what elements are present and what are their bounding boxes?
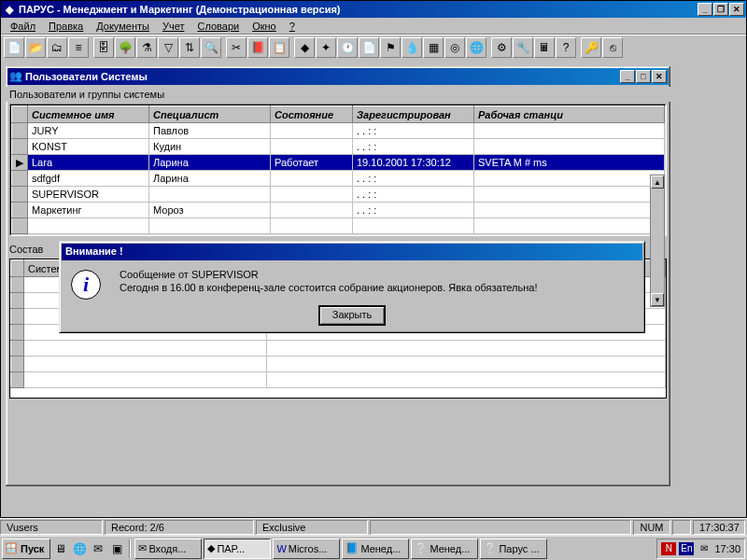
tool-drop-icon[interactable]: 💧: [402, 37, 422, 58]
table-row[interactable]: МаркетингМороз. . : :: [12, 203, 665, 218]
tray-mail-icon[interactable]: ✉: [697, 542, 712, 555]
table-header-row: Системное имя Специалист Состояние Зарег…: [12, 106, 665, 123]
tool-exit-icon[interactable]: ⎋: [602, 37, 623, 58]
col-sysname[interactable]: Системное имя: [28, 106, 149, 123]
col-reg[interactable]: Зарегистрирован: [353, 106, 474, 123]
task-button[interactable]: ❔Парус ...: [480, 539, 547, 559]
status-blank: [370, 520, 631, 535]
tool-clock-icon[interactable]: 🕐: [337, 37, 358, 58]
tool-card2-icon[interactable]: ▦: [423, 37, 444, 58]
tool-help-icon[interactable]: ?: [556, 37, 576, 58]
taskbar: 🪟 Пуск 🖥 🌐 ✉ ▣ ✉Входя... ◆ПАР... WMicros…: [0, 535, 747, 560]
dialog-message: Сообщение от SUPERVISOR Сегодня в 16.00 …: [120, 266, 537, 294]
tray-lang-icon[interactable]: En: [679, 542, 694, 555]
close-dialog-button[interactable]: Закрыть: [318, 305, 386, 326]
tool-gear-icon[interactable]: ⚙: [491, 37, 512, 58]
task-icon: 📘: [345, 542, 359, 554]
scroll-down-icon[interactable]: ▼: [651, 293, 664, 306]
table-row[interactable]: [11, 357, 666, 372]
mdi-close-button[interactable]: ✕: [652, 70, 667, 83]
windows-logo-icon: 🪟: [5, 542, 18, 554]
tool-globe-icon[interactable]: 🌐: [466, 37, 486, 58]
tool-funnel-icon[interactable]: ⚗: [136, 37, 157, 58]
tool-list-icon[interactable]: ≡: [68, 37, 89, 58]
tool-calc-icon[interactable]: 🖩: [534, 37, 555, 58]
users-grid[interactable]: Системное имя Специалист Состояние Зарег…: [9, 104, 667, 236]
start-button[interactable]: 🪟 Пуск: [2, 539, 50, 559]
tool-cut-icon[interactable]: ✂: [226, 37, 247, 58]
menu-file[interactable]: Файл: [5, 20, 41, 33]
scroll-up-icon[interactable]: ▲: [651, 175, 664, 189]
menu-uchet[interactable]: Учет: [157, 20, 190, 33]
info-icon: i: [71, 270, 101, 300]
tool-star-icon[interactable]: ✦: [316, 37, 336, 58]
users-panel-label: Пользователи и группы системы: [6, 87, 670, 102]
maximize-button[interactable]: ❐: [713, 3, 728, 16]
tool-filter-icon[interactable]: ▽: [158, 37, 178, 58]
app-title: ПАРУС - Менеджмент и Маркетинг (Демонстр…: [19, 4, 698, 15]
mdi-minimize-button[interactable]: _: [620, 70, 635, 83]
tool-doc2-icon[interactable]: 📄: [359, 37, 379, 58]
task-button[interactable]: WMicros...: [273, 539, 340, 559]
menu-edit[interactable]: Правка: [43, 20, 89, 33]
tool-tree-icon[interactable]: 🌳: [115, 37, 135, 58]
menubar: Файл Правка Документы Учет Словари Окно …: [1, 18, 746, 35]
tool-sort-icon[interactable]: ⇅: [179, 37, 200, 58]
menu-window[interactable]: Окно: [247, 20, 282, 33]
grid-scrollbar[interactable]: ▲ ▼: [650, 175, 665, 307]
tool-flag-icon[interactable]: ⚑: [380, 37, 401, 58]
task-icon: ◆: [207, 542, 215, 554]
table-row[interactable]: JURYПавлов. . : :: [12, 123, 665, 139]
tool-key-icon[interactable]: 🔑: [581, 37, 601, 58]
table-row[interactable]: [11, 372, 666, 388]
ql-outlook-icon[interactable]: ✉: [90, 540, 106, 557]
tool-wrench-icon[interactable]: 🔧: [513, 37, 533, 58]
status-exclusive: Exclusive: [256, 520, 368, 535]
table-row[interactable]: sdfgdfЛарина. . : :: [12, 171, 665, 187]
tool-target-icon[interactable]: ◎: [444, 37, 465, 58]
menu-help[interactable]: ?: [284, 20, 301, 33]
toolbar: 📄 📂 🗂 ≡ 🗄 🌳 ⚗ ▽ ⇅ 🔍 ✂ 📕 📋 ◆ ✦ 🕐 📄 ⚑ 💧 ▦ …: [1, 35, 746, 59]
users-window-icon: 👥: [9, 70, 22, 83]
tool-page-icon[interactable]: 📋: [269, 37, 289, 58]
status-time: 17:30:37: [693, 520, 745, 535]
app-titlebar[interactable]: ◆ ПАРУС - Менеджмент и Маркетинг (Демонс…: [1, 1, 746, 18]
tool-doc-icon[interactable]: 📄: [4, 37, 24, 58]
system-tray: N En ✉ 17:30: [656, 539, 745, 559]
ql-ie-icon[interactable]: 🌐: [71, 540, 88, 557]
table-row-selected[interactable]: ▶LaraЛаринаРаботает19.10.2001 17:30:12SV…: [12, 155, 665, 171]
table-row[interactable]: [12, 218, 665, 234]
task-icon: ❔: [415, 542, 428, 554]
mdi-maximize-button[interactable]: □: [636, 70, 651, 83]
tool-diamond-icon[interactable]: ◆: [294, 37, 315, 58]
dialog-line1: Сообщение от SUPERVISOR: [120, 268, 537, 281]
minimize-button[interactable]: _: [698, 3, 712, 16]
col-ws[interactable]: Рабочая станци: [474, 106, 665, 123]
table-row[interactable]: KONSTКудин. . : :: [12, 139, 665, 155]
table-row[interactable]: SUPERVISOR. . : :: [12, 187, 665, 203]
task-icon: ✉: [138, 542, 147, 554]
tray-n-icon[interactable]: N: [661, 542, 676, 555]
close-button[interactable]: ✕: [729, 3, 744, 16]
task-button[interactable]: ❔Менед...: [411, 539, 478, 559]
task-button-active[interactable]: ◆ПАР...: [204, 539, 271, 559]
dialog-title[interactable]: Внимание !: [62, 244, 642, 260]
tool-find-icon[interactable]: 🔍: [201, 37, 221, 58]
menu-dicts[interactable]: Словари: [191, 20, 245, 33]
tool-card-icon[interactable]: 🗂: [47, 37, 67, 58]
tool-open-icon[interactable]: 📂: [25, 37, 46, 58]
ql-desktop-icon[interactable]: 🖥: [52, 540, 69, 557]
table-row[interactable]: [11, 341, 666, 357]
tool-db-icon[interactable]: 🗄: [93, 37, 114, 58]
tray-clock[interactable]: 17:30: [714, 543, 740, 554]
task-button[interactable]: ✉Входя...: [134, 539, 202, 559]
status-num: NUM: [633, 520, 670, 535]
tool-book-icon[interactable]: 📕: [247, 37, 268, 58]
statusbar: Vusers Record: 2/6 Exclusive NUM 17:30:3…: [0, 518, 747, 535]
menu-documents[interactable]: Документы: [91, 20, 155, 33]
users-titlebar[interactable]: 👥 Пользователи Системы _ □ ✕: [7, 68, 669, 85]
col-state[interactable]: Состояние: [271, 106, 353, 123]
ql-app-icon[interactable]: ▣: [108, 540, 125, 557]
col-spec[interactable]: Специалист: [149, 106, 271, 123]
task-button[interactable]: 📘Менед...: [342, 539, 409, 559]
